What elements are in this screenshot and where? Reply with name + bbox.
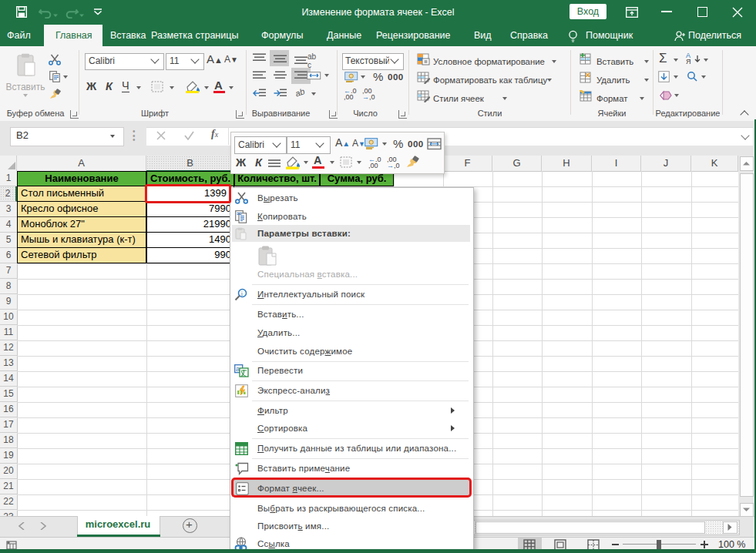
svg-text:a: a: [236, 365, 240, 373]
svg-text:i: i: [241, 290, 244, 297]
